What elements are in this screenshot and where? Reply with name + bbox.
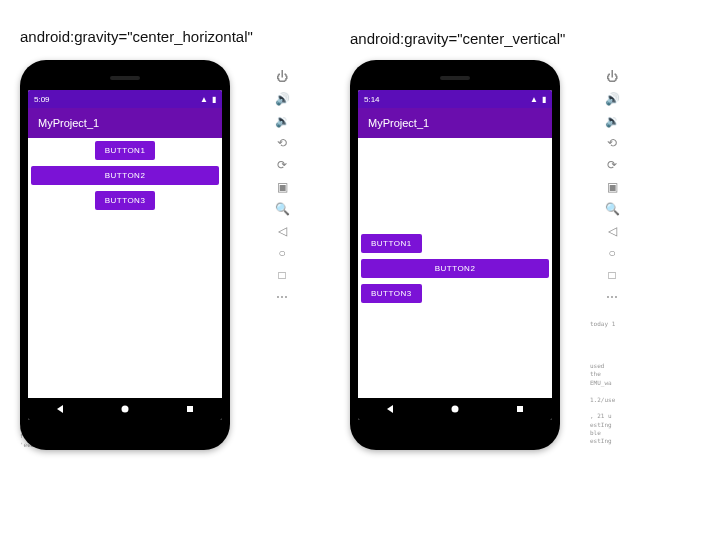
camera-icon[interactable]: ▣	[275, 180, 289, 194]
power-icon[interactable]: ⏻	[605, 70, 619, 84]
status-time: 5:14	[364, 95, 380, 104]
phone-right: 5:14 ▲ ▮ MyProject_1 BUTTON1 BUTTON2 BUT…	[350, 60, 560, 450]
battery-icon: ▮	[212, 95, 216, 104]
svg-marker-3	[387, 405, 393, 413]
status-bar: 5:09 ▲ ▮	[28, 90, 222, 108]
zoom-icon[interactable]: 🔍	[605, 202, 619, 216]
status-right: ▲ ▮	[200, 95, 216, 104]
home-icon[interactable]: ○	[605, 246, 619, 260]
nav-back-icon[interactable]	[55, 404, 65, 414]
nav-overview-icon[interactable]	[515, 404, 525, 414]
overview-icon[interactable]: □	[605, 268, 619, 282]
emulator-toolbar-left: ⏻ 🔊 🔉 ⟲ ⟳ ▣ 🔍 ◁ ○ □ ⋯	[263, 68, 301, 304]
scene-left: today 1 1. param param : Host ID_EMU mem…	[20, 60, 230, 450]
camera-icon[interactable]: ▣	[605, 180, 619, 194]
android-navbar	[358, 398, 552, 420]
nav-home-icon[interactable]	[450, 404, 460, 414]
volume-down-icon[interactable]: 🔉	[605, 114, 619, 128]
phone-screen-right: 5:14 ▲ ▮ MyProject_1 BUTTON1 BUTTON2 BUT…	[358, 90, 552, 420]
nav-home-icon[interactable]	[120, 404, 130, 414]
content-area-left: BUTTON1 BUTTON2 BUTTON3	[28, 138, 222, 398]
rotate-left-icon[interactable]: ⟲	[605, 136, 619, 150]
volume-up-icon[interactable]: 🔊	[605, 92, 619, 106]
phone-screen-left: 5:09 ▲ ▮ MyProject_1 BUTTON1 BUTTON2 BUT…	[28, 90, 222, 420]
battery-icon: ▮	[542, 95, 546, 104]
rotate-left-icon[interactable]: ⟲	[275, 136, 289, 150]
more-icon[interactable]: ⋯	[275, 290, 289, 304]
button-3[interactable]: BUTTON3	[95, 191, 156, 210]
phone-left: 5:09 ▲ ▮ MyProject_1 BUTTON1 BUTTON2 BUT…	[20, 60, 230, 450]
back-icon[interactable]: ◁	[275, 224, 289, 238]
content-area-right: BUTTON1 BUTTON2 BUTTON3	[358, 138, 552, 398]
phone-earpiece	[440, 76, 470, 80]
svg-point-1	[121, 406, 128, 413]
button-2[interactable]: BUTTON2	[31, 166, 219, 185]
home-icon[interactable]: ○	[275, 246, 289, 260]
back-icon[interactable]: ◁	[605, 224, 619, 238]
nav-back-icon[interactable]	[385, 404, 395, 414]
app-bar: MyProject_1	[28, 108, 222, 138]
power-icon[interactable]: ⏻	[275, 70, 289, 84]
scene-right: today 1 used the EMU_wa 1.2/use , 21 u e…	[350, 60, 560, 450]
phone-earpiece	[110, 76, 140, 80]
caption-center-horizontal: android:gravity="center_horizontal"	[20, 28, 253, 45]
svg-rect-2	[187, 406, 193, 412]
button-2[interactable]: BUTTON2	[361, 259, 549, 278]
rotate-right-icon[interactable]: ⟳	[605, 158, 619, 172]
svg-rect-5	[517, 406, 523, 412]
svg-point-4	[451, 406, 458, 413]
rotate-right-icon[interactable]: ⟳	[275, 158, 289, 172]
status-right: ▲ ▮	[530, 95, 546, 104]
volume-up-icon[interactable]: 🔊	[275, 92, 289, 106]
zoom-icon[interactable]: 🔍	[275, 202, 289, 216]
android-navbar	[28, 398, 222, 420]
app-title: MyProject_1	[368, 117, 429, 129]
caption-center-vertical: android:gravity="center_vertical"	[350, 30, 565, 47]
status-bar: 5:14 ▲ ▮	[358, 90, 552, 108]
nav-overview-icon[interactable]	[185, 404, 195, 414]
more-icon[interactable]: ⋯	[605, 290, 619, 304]
status-time: 5:09	[34, 95, 50, 104]
app-bar: MyProject_1	[358, 108, 552, 138]
svg-marker-0	[57, 405, 63, 413]
volume-down-icon[interactable]: 🔉	[275, 114, 289, 128]
background-log-right: today 1 used the EMU_wa 1.2/use , 21 u e…	[590, 320, 710, 446]
button-3[interactable]: BUTTON3	[361, 284, 422, 303]
signal-icon: ▲	[200, 95, 208, 104]
app-title: MyProject_1	[38, 117, 99, 129]
overview-icon[interactable]: □	[275, 268, 289, 282]
button-1[interactable]: BUTTON1	[95, 141, 156, 160]
signal-icon: ▲	[530, 95, 538, 104]
button-1[interactable]: BUTTON1	[361, 234, 422, 253]
emulator-toolbar-right: ⏻ 🔊 🔉 ⟲ ⟳ ▣ 🔍 ◁ ○ □ ⋯	[593, 68, 631, 304]
